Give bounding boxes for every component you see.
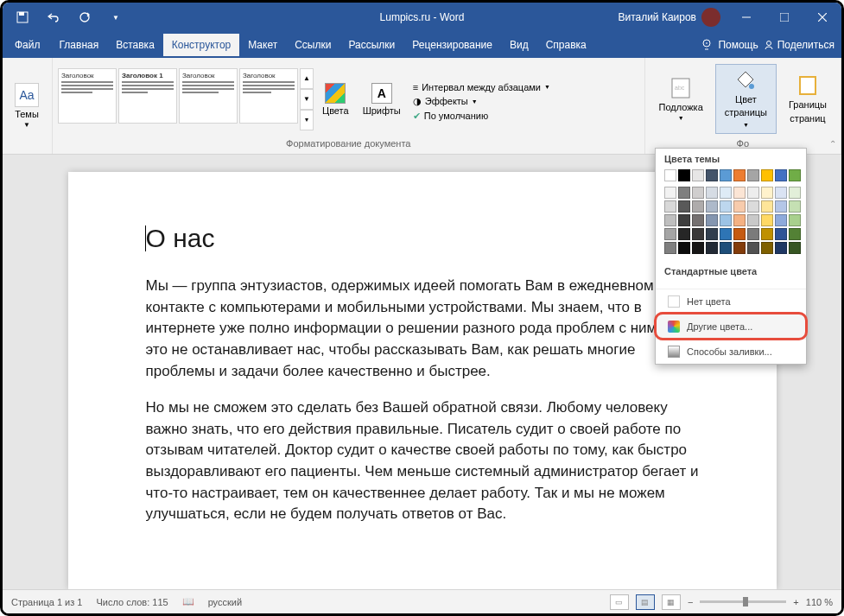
zoom-in-button[interactable]: +: [793, 597, 798, 607]
heading[interactable]: О нас: [146, 224, 699, 253]
color-swatch[interactable]: [733, 214, 746, 226]
paragraph-spacing-button[interactable]: ≡Интервал между абзацами▼: [409, 81, 554, 93]
gallery-up-icon[interactable]: ▲: [300, 68, 314, 89]
print-layout-button[interactable]: ▤: [636, 594, 655, 610]
color-swatch[interactable]: [789, 242, 801, 254]
color-swatch[interactable]: [720, 200, 732, 213]
no-color-item[interactable]: Нет цвета: [656, 289, 806, 314]
style-item[interactable]: Заголовок: [239, 68, 298, 124]
color-swatch[interactable]: [720, 187, 732, 199]
color-swatch[interactable]: [678, 169, 690, 181]
color-swatch[interactable]: [747, 228, 759, 240]
zoom-out-button[interactable]: −: [688, 597, 693, 607]
tab-view[interactable]: Вид: [501, 34, 537, 56]
color-swatch[interactable]: [747, 187, 759, 199]
watermark-button[interactable]: abc Подложка▼: [650, 73, 712, 126]
tell-me-button[interactable]: Помощь: [702, 39, 758, 51]
color-swatch[interactable]: [706, 228, 718, 240]
paragraph[interactable]: Мы — группа энтузиастов, одержимых идеей…: [146, 276, 699, 382]
color-swatch[interactable]: [761, 214, 773, 226]
color-swatch[interactable]: [678, 242, 690, 254]
color-swatch[interactable]: [733, 200, 746, 213]
color-swatch[interactable]: [720, 228, 732, 240]
tab-design[interactable]: Конструктор: [163, 34, 239, 56]
color-swatch[interactable]: [692, 228, 704, 240]
color-swatch[interactable]: [747, 169, 759, 181]
tab-mailings[interactable]: Рассылки: [340, 34, 403, 56]
color-swatch[interactable]: [775, 228, 787, 240]
colors-button[interactable]: Цвета: [317, 79, 354, 119]
qat-more-icon[interactable]: ▼: [103, 5, 129, 29]
minimize-button[interactable]: [727, 3, 765, 32]
page-color-button[interactable]: Цветстраницы ▼: [715, 64, 777, 135]
color-swatch[interactable]: [733, 187, 746, 199]
page-indicator[interactable]: Страница 1 из 1: [11, 597, 82, 607]
tab-home[interactable]: Главная: [51, 34, 108, 56]
color-swatch[interactable]: [692, 187, 704, 199]
color-swatch[interactable]: [664, 242, 676, 254]
gallery-down-icon[interactable]: ▼: [300, 89, 314, 110]
fill-effects-item[interactable]: Способы заливки...: [656, 339, 806, 364]
color-swatch[interactable]: [789, 200, 801, 213]
color-swatch[interactable]: [761, 187, 773, 199]
color-swatch[interactable]: [692, 200, 704, 213]
zoom-level[interactable]: 110 %: [806, 597, 833, 607]
color-swatch[interactable]: [733, 228, 746, 240]
read-mode-button[interactable]: ▭: [610, 594, 629, 610]
color-swatch[interactable]: [692, 242, 704, 254]
color-swatch[interactable]: [706, 242, 718, 254]
fonts-button[interactable]: АШрифты: [358, 79, 406, 119]
color-swatch[interactable]: [678, 187, 690, 199]
color-swatch[interactable]: [664, 228, 676, 240]
color-swatch[interactable]: [747, 242, 759, 254]
color-swatch[interactable]: [761, 169, 773, 181]
share-button[interactable]: Поделиться: [764, 39, 834, 51]
color-swatch[interactable]: [747, 200, 759, 213]
color-swatch[interactable]: [775, 187, 787, 199]
page-borders-button[interactable]: Границыстраниц: [780, 70, 835, 127]
gallery-more-icon[interactable]: ▾: [300, 110, 314, 130]
tab-layout[interactable]: Макет: [239, 34, 286, 56]
language-indicator[interactable]: русский: [208, 597, 242, 607]
tab-insert[interactable]: Вставка: [107, 34, 163, 56]
autosave-icon[interactable]: [10, 5, 35, 29]
color-swatch[interactable]: [733, 242, 746, 254]
color-swatch[interactable]: [706, 214, 718, 226]
collapse-ribbon-icon[interactable]: ⌃: [829, 139, 836, 149]
tab-help[interactable]: Справка: [537, 34, 595, 56]
style-item[interactable]: Заголовок: [179, 68, 238, 124]
tab-references[interactable]: Ссылки: [286, 34, 340, 56]
zoom-thumb[interactable]: [743, 597, 748, 606]
color-swatch[interactable]: [789, 228, 801, 240]
color-swatch[interactable]: [678, 214, 690, 226]
color-swatch[interactable]: [720, 169, 732, 181]
color-swatch[interactable]: [692, 214, 704, 226]
color-swatch[interactable]: [761, 242, 773, 254]
close-button[interactable]: [803, 3, 841, 32]
color-swatch[interactable]: [706, 200, 718, 213]
color-swatch[interactable]: [678, 200, 690, 213]
word-count[interactable]: Число слов: 115: [96, 597, 168, 607]
color-swatch[interactable]: [720, 214, 732, 226]
color-swatch[interactable]: [761, 200, 773, 213]
style-item[interactable]: Заголовок: [58, 68, 117, 124]
effects-button[interactable]: ◑Эффекты▼: [409, 95, 554, 108]
style-item[interactable]: Заголовок 1: [118, 68, 177, 124]
tab-review[interactable]: Рецензирование: [403, 34, 501, 56]
color-swatch[interactable]: [775, 242, 787, 254]
color-swatch[interactable]: [664, 200, 676, 213]
user-account[interactable]: Виталий Каиров: [618, 8, 720, 27]
color-swatch[interactable]: [664, 169, 676, 181]
document-styles-gallery[interactable]: Заголовок Заголовок 1 Заголовок Заголово…: [58, 68, 314, 130]
undo-icon[interactable]: [41, 5, 67, 29]
color-swatch[interactable]: [706, 187, 718, 199]
redo-icon[interactable]: [72, 5, 98, 29]
web-layout-button[interactable]: ▦: [662, 594, 681, 610]
color-swatch[interactable]: [789, 187, 801, 199]
color-swatch[interactable]: [706, 169, 718, 181]
color-swatch[interactable]: [678, 228, 690, 240]
maximize-button[interactable]: [765, 3, 803, 32]
color-swatch[interactable]: [664, 214, 676, 226]
color-swatch[interactable]: [733, 169, 746, 181]
color-swatch[interactable]: [720, 242, 732, 254]
